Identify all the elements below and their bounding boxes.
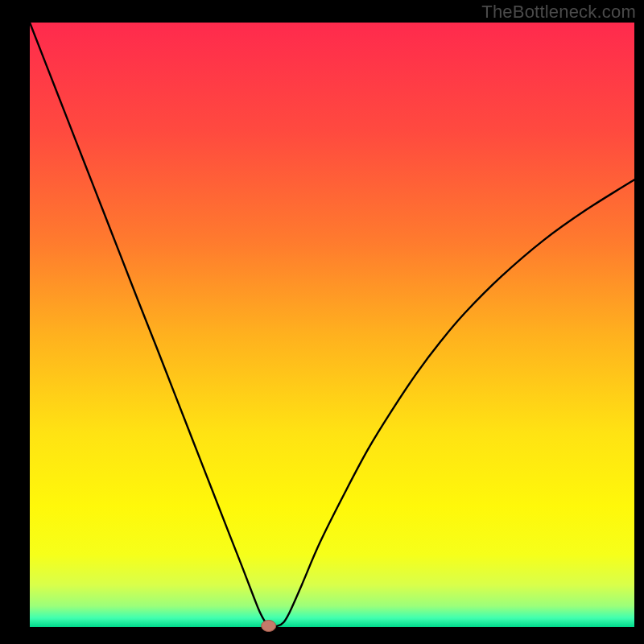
bottleneck-chart: [0, 0, 644, 644]
plot-background: [30, 23, 634, 627]
chart-container: TheBottleneck.com: [0, 0, 644, 644]
optimum-marker: [262, 620, 276, 631]
watermark-text: TheBottleneck.com: [481, 2, 636, 23]
